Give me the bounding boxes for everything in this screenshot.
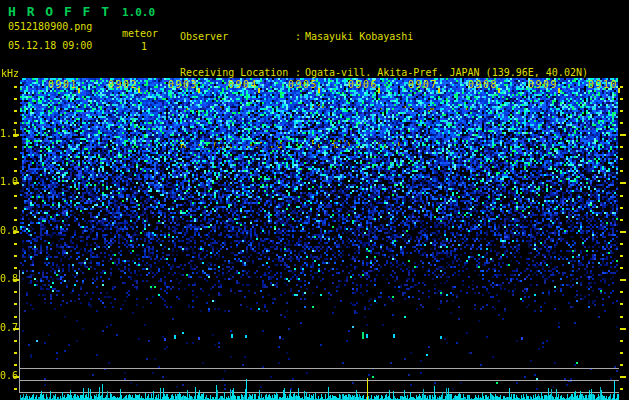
time-label-0901: 0901 [46,80,78,90]
observer-label: Observer [180,31,295,43]
observer-value: Masayuki Kobayashi [305,31,413,43]
time-label-0906: 0906 [346,80,378,90]
y-tick-label-0.7: 0.7 [0,323,13,333]
y-axis-unit-label: kHz [1,68,19,79]
time-label-0905: 0905 [286,80,318,90]
datetime-label: 05.12.18 09:00 [8,40,92,51]
channel-number: 1 [141,41,147,52]
y-tick-label-1.1: 1.1 [0,129,13,139]
time-label-0907: 0907 [406,80,438,90]
hrofft-screen: H R O F F T 1.0.0 0512180900.png meteor … [0,0,629,400]
y-tick-label-0.9: 0.9 [0,226,13,236]
info-row-observer: Observer:Masayuki Kobayashi [180,31,588,43]
time-label-0910: 0910 [586,80,618,90]
time-label-0902: 0902 [106,80,138,90]
spectrogram-canvas [0,53,629,400]
y-tick-label-0.8: 0.8 [0,274,13,284]
time-label-0908: 0908 [466,80,498,90]
y-tick-label-0.6: 0.6 [0,371,13,381]
y-tick-label-1.0: 1.0 [0,177,13,187]
app-title: H R O F F T [8,4,111,19]
time-label-0909: 0909 [526,80,558,90]
app-version: 1.0.0 [122,6,155,19]
mode-label: meteor [122,28,158,39]
output-filename: 0512180900.png [8,21,92,32]
time-label-0904: 0904 [226,80,258,90]
time-label-0903: 0903 [166,80,198,90]
colon: : [295,31,305,43]
